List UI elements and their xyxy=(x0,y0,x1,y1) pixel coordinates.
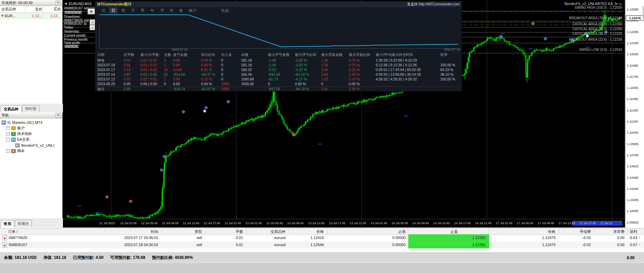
stats-row-合计[interactable]: 合计2.05-818.74-81.87 %1000-842.58-84.18 %… xyxy=(95,87,462,92)
market-watch-titlebar[interactable]: 市场报价: 06:00:49 × xyxy=(0,0,62,6)
commander-menu-M[interactable]: M xyxy=(168,8,175,13)
stats-cell: 1.36 xyxy=(321,58,328,62)
stats-cell: 0.86 xyxy=(173,63,180,67)
stats-cell: 0.00 | 0.00 xyxy=(140,82,157,86)
stats-header-cell: 最小|大手数 xyxy=(140,53,159,57)
tree-expander-icon[interactable]: + xyxy=(6,132,10,136)
commander-menu-季[interactable]: 季 xyxy=(138,7,147,14)
tree-expander-icon[interactable]: + xyxy=(6,149,10,153)
price-axis-label: 1.11745 xyxy=(627,75,638,78)
level-label: BREAKOUT AREA (23.6) - 1.12158 xyxy=(569,38,622,41)
close-order-icon[interactable]: × xyxy=(639,236,641,239)
stats-cell: 180.32 xyxy=(241,68,252,72)
header-separator xyxy=(628,229,628,234)
orders-col-价格[interactable]: 价格 xyxy=(283,229,324,234)
mtcommander-panel[interactable]: MTCommander统计 复盘侠 http://MTCommander.com… xyxy=(95,1,462,92)
close-icon[interactable]: × xyxy=(56,113,61,118)
price-axis[interactable]: 1.125851.124451.123051.121651.120251.118… xyxy=(625,0,644,228)
orders-col-时间[interactable]: 时间 xyxy=(118,229,158,234)
orders-table-header[interactable]: 订单 /时间类型手数交易品种价格止损止盈价格手续费库存费获利 xyxy=(0,228,644,235)
free-margin-text: 可用预付款: 176.68 xyxy=(110,255,145,261)
order-row-698835167[interactable]: 6988351672023.07.18 04:30:02sell0.01euru… xyxy=(0,241,644,248)
nav-item-技术指标[interactable]: +f技术指标 xyxy=(1,131,62,137)
commander-menu-轨迹[interactable]: 轨迹 xyxy=(219,7,231,14)
stats-cell: 3.91 xyxy=(321,68,328,72)
time-axis-label: 12 Jul 13:45 xyxy=(183,221,199,225)
orders-col-类型[interactable]: 类型 xyxy=(162,229,202,234)
nav-item-label: EA交易 xyxy=(17,137,30,142)
close-icon[interactable]: × xyxy=(56,1,61,5)
tab-common[interactable]: 常用 xyxy=(1,220,14,228)
orders-col-订单 /[interactable]: 订单 / xyxy=(8,229,18,234)
balance-text: 余额: 181.18 USD xyxy=(4,255,37,261)
price-axis-label: 1.11605 xyxy=(627,86,638,90)
stats-row-2023.07.17[interactable]: 2023.07.170.140.01 | 0.021213.838.31 %01… xyxy=(95,68,462,72)
time-axis-label: 14 Jul 17:45 xyxy=(454,221,471,225)
tab-symbols[interactable]: 交易品种 xyxy=(1,105,22,113)
stats-cell: 4:26:32 | 4:26:32 | 4:26:32 xyxy=(376,77,417,81)
stats-row-2023.07.12[interactable]: 2023.07.120.010.01 | 0.0110.990.10 %0100… xyxy=(95,77,462,82)
commander-menu-备[interactable]: 备 xyxy=(177,7,185,14)
time-axis-label: 12 Jul 05:45 xyxy=(141,221,158,225)
price-axis-label: 1.11465 xyxy=(627,97,638,101)
axis-scrollbar[interactable] xyxy=(643,6,644,21)
ea-button-0[interactable]: 移 xyxy=(88,8,95,14)
stats-cell: 83.33 % xyxy=(440,68,453,72)
stats-header-cell: 百分比% xyxy=(201,53,215,57)
stats-cell: 0.14 xyxy=(124,68,130,72)
mtcommander-titlebar[interactable]: MTCommander统计 复盘侠 http://MTCommander.com xyxy=(95,1,462,7)
price-axis-label: 1.12585 xyxy=(627,7,638,11)
close-order-icon[interactable]: × xyxy=(639,243,641,246)
commander-menu-周[interactable]: 周 xyxy=(119,7,127,14)
orders-col-止损[interactable]: 止损 xyxy=(365,229,406,234)
order-row-698779625[interactable]: 6987796252023.07.17 20:45:01sell0.01euru… xyxy=(0,234,644,241)
stats-cell: 2.38 % xyxy=(349,72,360,76)
statistics-table: 日期总手数最小|大手数次数盈亏金额百分比%出入金余额最大浮亏金额最大浮亏比例最大… xyxy=(95,53,462,92)
orders-col-获利[interactable]: 获利 xyxy=(597,229,637,234)
nav-item-EA交易[interactable]: -EAEA交易 xyxy=(1,137,62,142)
tab-favorites[interactable]: 收藏夹 xyxy=(15,220,32,227)
stats-cell: -842.58 xyxy=(268,87,280,91)
symbol-row-eurusd[interactable]: EUR... 1.12... 1.12... xyxy=(0,13,62,19)
time-axis-label: 13 Jul 05:45 xyxy=(266,221,283,225)
commander-menu-月[interactable]: 月 xyxy=(129,7,137,14)
order-lots: 0.01 xyxy=(196,236,243,240)
tree-expander-icon[interactable]: - xyxy=(6,138,10,141)
stats-cell: -834.50 xyxy=(173,72,185,76)
commander-menu-年[interactable]: 年 xyxy=(148,7,157,14)
orders-col-止盈[interactable]: 止盈 xyxy=(417,229,458,234)
order-type: sell xyxy=(155,243,202,247)
nav-item-账户[interactable]: +账户 xyxy=(1,125,62,131)
orders-col-价格[interactable]: 价格 xyxy=(515,229,555,234)
ea-overlay-line: Yesterday: xyxy=(64,30,80,33)
nav-item-BenderFX_v2_UNLI[interactable]: ExBenderFX_v2_UNLI xyxy=(1,142,62,148)
time-axis[interactable]: 11 Jul 202312 Jul 01:4512 Jul 05:4512 Ju… xyxy=(63,219,625,228)
commander-menu-账户[interactable]: 账户 xyxy=(187,7,199,14)
order-id: 698779625 xyxy=(9,236,27,240)
buy-trade-marker xyxy=(160,168,163,171)
stats-cell: -0.82 % xyxy=(295,58,307,62)
total-profit-text: 0.00 xyxy=(627,255,635,260)
tab-tick-chart[interactable]: 即时图 xyxy=(22,105,39,112)
commander-menu-综[interactable]: 综 xyxy=(99,7,108,14)
nav-item-IC Markets (SC) MT4[interactable]: MTIC Markets (SC) MT4 xyxy=(1,120,62,125)
stats-row-2023.06.20[interactable]: 2023.06.200.000.00 | 0.0000.000.00 %1000… xyxy=(95,82,462,87)
margin-text: 已用预付款: 4.50 xyxy=(73,255,104,261)
buy-trade-marker xyxy=(544,37,547,40)
orders-col-交易品种[interactable]: 交易品种 xyxy=(245,229,285,234)
nav-item-脚本[interactable]: +S脚本 xyxy=(1,148,62,154)
stats-row-持仓[interactable]: 持仓0.020.01 | 0.0120.080.04 %0181.18-1.49… xyxy=(95,58,462,63)
stats-row-2023.07.18[interactable]: 2023.07.180.010.01 | 0.0110.860.48 %0181… xyxy=(95,63,462,68)
stats-row-2023.07.14[interactable]: 2023.07.141.870.01 | 0.5521-834.50-83.37… xyxy=(95,72,462,77)
tree-expander-icon[interactable]: + xyxy=(6,126,10,130)
commander-menu-日[interactable]: 日 xyxy=(109,7,117,14)
orders-col-手数[interactable]: 手数 xyxy=(203,229,243,234)
order-time: 2023.07.17 20:45:01 xyxy=(111,236,158,240)
stats-row-label: 2023.07.17 xyxy=(97,68,115,72)
sell-trade-marker xyxy=(531,22,534,25)
navigator-titlebar[interactable]: 导航 × xyxy=(0,112,62,118)
commander-menu-币[interactable]: 币 xyxy=(158,7,166,14)
time-axis-label: 13 Jul 01:45 xyxy=(245,221,262,225)
equity-curve-chart xyxy=(95,14,462,49)
stats-cell: -84.18 % xyxy=(295,72,309,76)
